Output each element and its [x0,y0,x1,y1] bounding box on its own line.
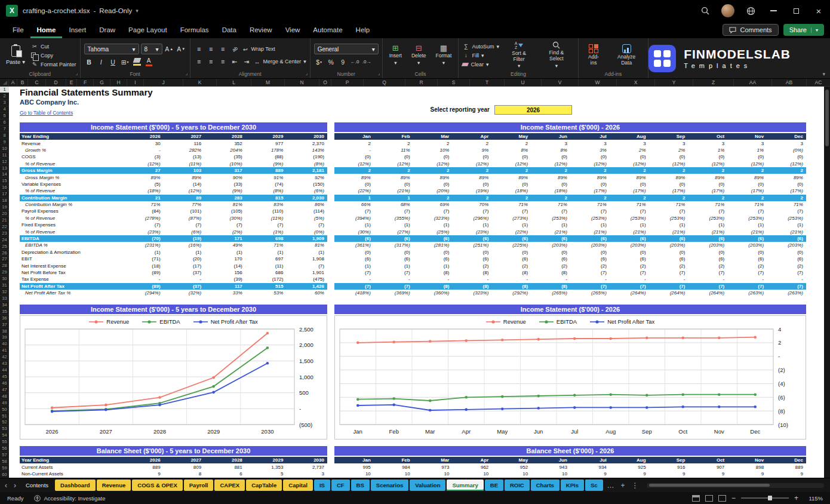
cell[interactable]: (265%) [531,290,570,296]
wrap-text-button[interactable]: ↩Wrap Text [242,45,275,53]
cell[interactable]: (6) [610,236,649,241]
sheet-tab-contents[interactable]: Contents [20,480,54,491]
cell[interactable]: (7) [122,222,164,228]
cell[interactable]: 178% [245,147,287,153]
cell[interactable]: 2030 [286,134,327,139]
close-button[interactable]: × [807,0,830,21]
row-header-23[interactable]: 23 [0,230,9,236]
cell[interactable]: (1) [610,222,649,228]
find-select-dropdown-icon[interactable]: ▾ [555,63,558,69]
column-header-l[interactable]: L [217,79,251,86]
cell[interactable]: (7) [204,222,245,228]
cell[interactable]: (251%) [452,242,491,248]
sheet-tab-is[interactable]: IS [314,480,330,491]
column-header-n[interactable]: N [285,79,319,86]
number-format-dropdown-icon[interactable]: ▾ [372,46,375,53]
cell[interactable]: (6) [334,256,374,262]
cut-button[interactable]: ✂Cut [31,42,76,51]
decrease-font-size-button[interactable]: A▼ [176,44,186,54]
decrease-indent-button[interactable]: ⇤ [230,57,240,67]
row-header-16[interactable]: 16 [0,185,9,191]
cell[interactable]: 2 [727,195,767,201]
cell[interactable]: 2029 [245,457,287,463]
zoom-slider[interactable] [741,497,789,499]
cell[interactable]: (1) [649,222,688,228]
cell[interactable]: (6) [688,256,727,262]
cell[interactable]: 170 [204,256,245,262]
cell[interactable]: 2 [413,141,453,146]
column-header-ac[interactable]: AC [807,79,830,86]
cell[interactable]: (18%) [531,188,570,193]
cell[interactable]: (30%) [334,229,374,235]
cell[interactable]: 2 [452,141,491,146]
select-all-corner[interactable] [0,79,9,86]
sheet-options-button[interactable]: ⋮ [629,481,641,490]
cell[interactable]: (6) [649,236,688,241]
cell[interactable]: 2 [649,168,688,173]
cell[interactable]: 89% [688,175,727,180]
column-header-z[interactable]: Z [693,79,734,86]
cell[interactable]: 3 [727,141,767,146]
column-header-t[interactable]: T [470,79,505,86]
cell[interactable]: 89% [452,175,491,180]
cell[interactable]: 1,909 [286,236,327,241]
sheet-tab-be[interactable]: BE [485,480,503,491]
cell[interactable]: 9 [767,471,806,477]
sheet-tab-revenue[interactable]: Revenue [97,480,131,491]
menu-item-draw[interactable]: Draw [93,21,122,38]
cell[interactable]: 2 [491,141,531,146]
cell[interactable]: (1) [245,250,287,255]
cell[interactable]: (225%) [491,242,531,248]
clear-dropdown-icon[interactable]: ▾ [486,62,489,67]
cell[interactable]: (323%) [452,290,491,296]
cell[interactable]: (253%) [767,216,806,221]
cell[interactable]: 889 [122,465,164,470]
cell[interactable]: 925 [610,465,649,470]
cell[interactable]: Jul [570,134,610,139]
cell[interactable]: 53% [245,290,287,296]
column-header-o[interactable]: O [319,79,331,86]
cell[interactable]: Apr [452,134,491,139]
cell[interactable]: 1% [727,147,767,153]
cell[interactable]: 10 [413,471,453,477]
percent-style-button[interactable]: % [326,57,336,67]
cell[interactable]: (21%) [688,229,727,235]
cell[interactable]: 2 [767,195,806,201]
column-header-h[interactable]: H [110,79,127,86]
cell[interactable]: (8) [531,270,570,275]
cell[interactable]: Apr [452,457,491,463]
cell[interactable]: (0) [374,154,413,159]
align-center-button[interactable]: ≡ [206,57,216,67]
menu-item-file[interactable]: File [6,21,30,38]
cell[interactable]: 156 [204,270,245,275]
increase-decimal-button[interactable]: ←.0 [350,57,360,67]
cell[interactable]: 2 [767,168,806,173]
cell[interactable]: (0) [610,250,649,255]
cell[interactable]: 2026 [122,457,164,463]
cell[interactable]: 83% [245,202,287,207]
cell[interactable]: (0) [374,250,413,255]
cell[interactable]: (203%) [531,242,570,248]
cell[interactable]: (0) [452,182,491,187]
maximize-button[interactable] [785,0,807,21]
cell[interactable]: (37) [164,270,205,275]
cell[interactable]: 171 [204,236,245,241]
sheet-tab-dashboard[interactable]: Dashboard [55,480,96,491]
row-header-31[interactable]: 31 [0,282,9,289]
cell[interactable]: 2 [649,195,688,201]
cell[interactable]: (8%) [245,188,287,193]
cell[interactable]: (12%) [688,161,727,167]
sheet-tab-charts[interactable]: Charts [531,480,560,491]
cell[interactable]: 21 [122,195,164,201]
cell[interactable]: Dec [767,134,806,139]
cell[interactable]: (6) [374,236,413,241]
cell[interactable]: (9%) [204,188,245,193]
collapse-ribbon-icon[interactable]: ▾ [822,71,825,77]
format-dropdown-icon[interactable]: ▾ [442,60,445,66]
cell[interactable]: 283 [204,195,245,201]
cell[interactable]: 71% [531,202,570,207]
row-header-9[interactable]: 9 [0,139,9,145]
cell[interactable]: 1 [334,195,374,201]
cell[interactable]: (87%) [164,216,205,221]
cell[interactable]: 71% [688,202,727,207]
